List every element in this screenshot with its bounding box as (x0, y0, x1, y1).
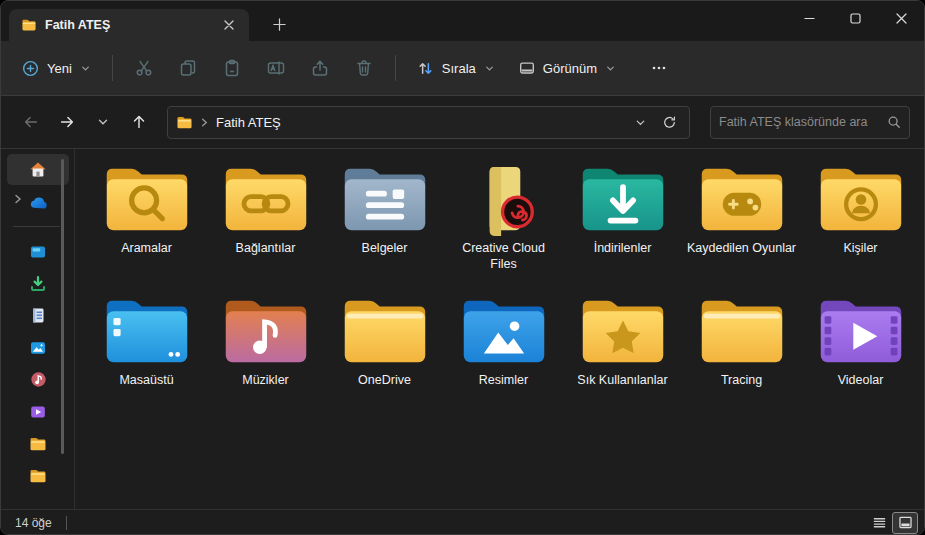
file-tile-label: Kaydedilen Oyunlar (687, 240, 796, 256)
folder-search-icon (101, 161, 193, 236)
details-view-button[interactable] (866, 512, 892, 534)
file-grid: Aramalar Bağlantılar Belgeler Creative C… (87, 159, 924, 423)
back-icon[interactable] (15, 106, 47, 138)
file-tile-label: Creative Cloud Files (449, 240, 559, 272)
item-count: 14 öğe (15, 516, 52, 530)
address-bar[interactable]: Fatih ATEŞ (167, 106, 690, 139)
refresh-icon[interactable] (657, 110, 681, 134)
search-input[interactable] (719, 115, 887, 129)
copy-icon (178, 58, 198, 78)
file-explorer-window: Fatih ATEŞ Yeni (0, 0, 925, 535)
sidebar-item-onedrive[interactable] (7, 186, 69, 217)
sidebar-item-folder-2[interactable] (7, 460, 69, 491)
up-icon[interactable] (123, 106, 155, 138)
toolbar-separator (395, 55, 396, 81)
sidebar-item-desktop[interactable] (7, 236, 69, 267)
details-view-icon (871, 514, 888, 531)
file-tile[interactable]: Sık Kullanılanlar (563, 291, 682, 423)
folder-documents-icon (339, 161, 431, 236)
sidebar-item-pictures[interactable] (7, 332, 69, 363)
explorer-tab[interactable]: Fatih ATEŞ (9, 9, 249, 41)
minimize-icon[interactable] (786, 1, 832, 35)
file-tile[interactable]: Müzikler (206, 291, 325, 423)
folder-icon (29, 468, 47, 484)
file-tile-label: OneDrive (358, 372, 411, 388)
copy-button[interactable] (167, 49, 209, 87)
sidebar-item-music[interactable] (7, 364, 69, 395)
sidebar-item-videos[interactable] (7, 396, 69, 427)
chevron-down-icon (483, 62, 496, 75)
folder-favorites-icon (577, 293, 669, 368)
cut-button[interactable] (123, 49, 165, 87)
recent-locations-icon[interactable] (87, 106, 119, 138)
file-tile[interactable]: OneDrive (325, 291, 444, 423)
documents-icon (30, 307, 46, 324)
file-tile-label: Sık Kullanılanlar (577, 372, 667, 388)
music-icon (30, 371, 47, 388)
share-icon (310, 58, 330, 78)
sidebar-item-documents[interactable] (7, 300, 69, 331)
new-button-label: Yeni (47, 61, 72, 76)
file-tile[interactable]: Resimler (444, 291, 563, 423)
address-dropdown-icon[interactable] (629, 111, 651, 133)
new-tab-button[interactable] (263, 8, 295, 40)
file-tile[interactable]: Belgeler (325, 159, 444, 291)
sidebar-item-home[interactable] (7, 154, 69, 185)
new-plus-icon (21, 59, 40, 78)
share-button[interactable] (299, 49, 341, 87)
chevron-right-icon[interactable] (13, 194, 23, 204)
rename-icon (266, 58, 286, 78)
file-tile-label: Masaüstü (119, 372, 173, 388)
sidebar-item-downloads[interactable] (7, 268, 69, 299)
search-icon (887, 115, 901, 129)
tab-folder-icon (21, 18, 37, 32)
sidebar-item-folder-1[interactable] (7, 428, 69, 459)
view-button[interactable]: Görünüm (508, 52, 627, 84)
breadcrumb-chevron-icon (199, 117, 210, 128)
file-tile[interactable]: Creative Cloud Files (444, 159, 563, 291)
file-tile[interactable]: Bağlantılar (206, 159, 325, 291)
breadcrumb-folder-icon (176, 115, 193, 130)
sidebar-scrollbar[interactable] (61, 159, 64, 454)
paste-button[interactable] (211, 49, 253, 87)
folder-plain-icon (696, 293, 788, 368)
navigation-pane (1, 149, 75, 509)
folder-desktop-icon (101, 293, 193, 368)
explorer-body: Aramalar Bağlantılar Belgeler Creative C… (1, 149, 924, 509)
delete-button[interactable] (343, 49, 385, 87)
rename-button[interactable] (255, 49, 297, 87)
status-divider (66, 516, 67, 530)
file-tile[interactable]: Kişiler (801, 159, 920, 291)
forward-icon[interactable] (51, 106, 83, 138)
tab-close-icon[interactable] (217, 13, 241, 37)
close-window-icon[interactable] (878, 1, 924, 35)
file-tile[interactable]: Masaüstü (87, 291, 206, 423)
file-tile-label: Müzikler (242, 372, 289, 388)
more-options-button[interactable] (639, 49, 679, 87)
maximize-icon[interactable] (832, 1, 878, 35)
file-tile[interactable]: Kaydedilen Oyunlar (682, 159, 801, 291)
chevron-down-icon (604, 62, 617, 75)
file-tile-label: Resimler (479, 372, 528, 388)
address-row: Fatih ATEŞ (1, 96, 924, 149)
folder-music-icon (220, 293, 312, 368)
videos-icon (29, 404, 47, 420)
chevron-down-icon (79, 62, 92, 75)
file-tile[interactable]: Aramalar (87, 159, 206, 291)
file-tile[interactable]: Tracing (682, 291, 801, 423)
folder-link-icon (220, 161, 312, 236)
view-button-label: Görünüm (543, 61, 597, 76)
sort-arrows-icon (416, 59, 435, 78)
file-tile-label: Bağlantılar (236, 240, 296, 256)
large-icons-view-button[interactable] (892, 512, 918, 534)
ellipsis-icon (650, 59, 668, 77)
new-button[interactable]: Yeni (11, 52, 102, 85)
breadcrumb[interactable]: Fatih ATEŞ (216, 115, 623, 130)
file-tile[interactable]: Videolar (801, 291, 920, 423)
sidebar-divider (13, 226, 60, 227)
file-tile[interactable]: İndirilenler (563, 159, 682, 291)
command-toolbar: Yeni Sırala (1, 41, 924, 96)
folder-icon (29, 436, 47, 452)
sort-button[interactable]: Sırala (406, 52, 506, 85)
tab-title: Fatih ATEŞ (45, 18, 209, 32)
